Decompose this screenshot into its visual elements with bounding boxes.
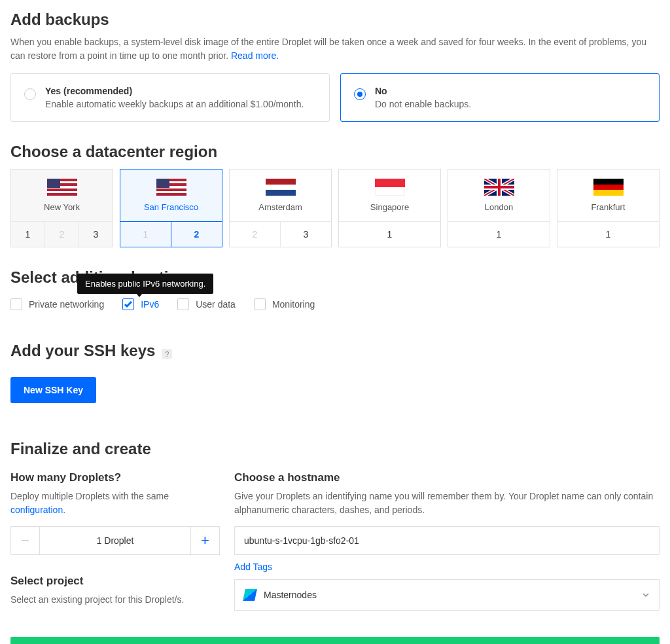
region-name: Singapore <box>370 202 409 212</box>
option-label: Private networking <box>29 299 104 310</box>
help-icon[interactable]: ? <box>162 349 172 359</box>
project-select[interactable]: Masternodes <box>234 579 660 611</box>
option-label: IPv6 <box>141 299 159 310</box>
hostname-title: Choose a hostname <box>234 471 660 484</box>
region-heading: Choose a datacenter region <box>10 143 660 161</box>
region-num[interactable]: 1 <box>339 222 440 247</box>
stepper-minus-button[interactable]: − <box>11 527 40 554</box>
region-singapore[interactable]: Singapore 1 <box>338 169 441 247</box>
region-frankfurt[interactable]: Frankfurt 1 <box>557 169 660 247</box>
radio-icon <box>24 88 36 100</box>
checkbox-icon <box>10 298 22 310</box>
backups-description: When you enable backups, a system-level … <box>10 35 660 63</box>
options-section: Select additional options Enables public… <box>10 268 660 310</box>
finalize-heading: Finalize and create <box>10 440 660 458</box>
backup-option-yes[interactable]: Yes (recommended) Enable automatic weekl… <box>10 73 330 122</box>
ssh-heading: Add your SSH keys <box>10 342 155 360</box>
region-name: London <box>485 202 513 212</box>
region-name: Frankfurt <box>591 202 625 212</box>
region-section: Choose a datacenter region New York 1 2 … <box>10 143 660 247</box>
droplet-count-stepper: − 1 Droplet + <box>10 526 220 555</box>
flag-us-icon <box>156 179 186 196</box>
backup-yes-title: Yes (recommended) <box>45 86 304 96</box>
flag-uk-icon <box>484 179 514 196</box>
new-ssh-key-button[interactable]: New SSH Key <box>10 377 96 403</box>
stepper-value: 1 Droplet <box>40 527 190 554</box>
region-name: Amsterdam <box>258 202 302 212</box>
region-new-york[interactable]: New York 1 2 3 <box>10 169 113 247</box>
droplets-title: How many Droplets? <box>10 471 220 484</box>
configuration-link[interactable]: configuration. <box>10 505 65 515</box>
project-icon <box>243 589 257 601</box>
checkbox-icon <box>177 298 189 310</box>
option-private-networking[interactable]: Private networking <box>10 298 104 310</box>
finalize-section: Finalize and create How many Droplets? D… <box>10 440 660 644</box>
checkbox-icon <box>122 298 134 310</box>
backup-no-sub: Do not enable backups. <box>375 99 471 109</box>
region-num[interactable]: 2 <box>230 222 281 247</box>
region-num[interactable]: 2 <box>45 222 79 247</box>
region-num[interactable]: 2 <box>171 221 222 247</box>
hostname-input[interactable] <box>234 526 660 555</box>
radio-icon <box>354 88 366 100</box>
ipv6-tooltip: Enables public IPv6 networking. <box>77 274 213 294</box>
flag-nl-icon <box>266 179 296 196</box>
backups-section: Add backups When you enable backups, a s… <box>10 10 660 122</box>
region-num[interactable]: 1 <box>557 222 659 247</box>
flag-us-icon <box>47 179 77 196</box>
region-num[interactable]: 1 <box>11 222 45 247</box>
project-title: Select project <box>10 575 220 588</box>
read-more-link[interactable]: Read more. <box>231 50 279 61</box>
backup-option-no[interactable]: No Do not enable backups. <box>340 73 660 122</box>
add-tags-link[interactable]: Add Tags <box>234 562 272 572</box>
option-monitoring[interactable]: Monitoring <box>254 298 315 310</box>
region-num[interactable]: 3 <box>79 222 113 247</box>
region-name: New York <box>44 202 80 212</box>
backups-heading: Add backups <box>10 10 660 29</box>
option-label: User data <box>196 299 236 310</box>
region-num[interactable]: 1 <box>448 222 550 247</box>
region-amsterdam[interactable]: Amsterdam 2 3 <box>229 169 332 247</box>
chevron-down-icon <box>642 591 650 599</box>
option-user-data[interactable]: User data <box>177 298 236 310</box>
option-ipv6[interactable]: IPv6 <box>122 298 159 310</box>
backup-yes-sub: Enable automatic weekly backups at an ad… <box>45 99 304 109</box>
stepper-plus-button[interactable]: + <box>190 527 219 554</box>
ssh-section: Add your SSH keys ? New SSH Key <box>10 342 660 403</box>
region-london[interactable]: London 1 <box>448 169 550 247</box>
droplets-desc: Deploy multiple Droplets with the same c… <box>10 490 220 517</box>
flag-sg-icon <box>375 179 405 196</box>
hostname-desc: Give your Droplets an identifying name y… <box>234 490 660 517</box>
checkbox-icon <box>254 298 266 310</box>
region-san-francisco[interactable]: San Francisco 1 2 <box>120 169 222 247</box>
region-num[interactable]: 3 <box>281 222 331 247</box>
create-button[interactable]: Create <box>10 637 660 644</box>
region-name: San Francisco <box>144 202 198 212</box>
backup-no-title: No <box>375 86 471 96</box>
option-label: Monitoring <box>272 299 315 310</box>
region-num[interactable]: 1 <box>120 222 171 247</box>
project-name: Masternodes <box>264 590 634 600</box>
flag-de-icon <box>593 179 624 196</box>
project-desc: Select an existing project for this Drop… <box>10 593 220 607</box>
